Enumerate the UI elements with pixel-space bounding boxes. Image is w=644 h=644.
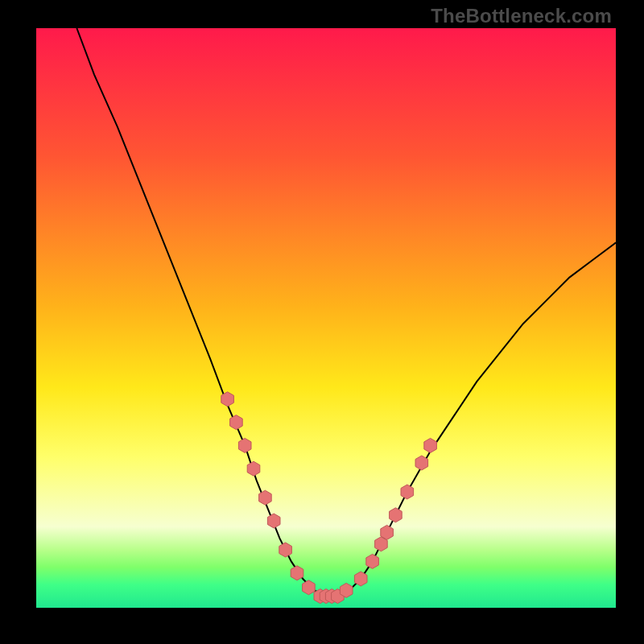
data-marker <box>238 438 251 452</box>
data-marker <box>303 580 316 595</box>
bottleneck-curve <box>76 28 616 597</box>
data-marker <box>259 490 272 505</box>
chart-frame: TheBottleneck.com <box>0 0 644 644</box>
data-marker <box>340 583 353 597</box>
data-marker <box>279 543 292 557</box>
chart-overlay <box>36 28 616 608</box>
data-marker <box>230 415 243 430</box>
data-marker <box>415 456 428 470</box>
data-marker <box>267 514 280 528</box>
data-marker <box>366 554 379 568</box>
data-marker <box>401 485 414 499</box>
data-marker <box>221 392 234 407</box>
data-marker <box>291 566 303 580</box>
data-marker <box>354 572 367 586</box>
data-marker <box>247 461 260 476</box>
marker-group <box>221 392 437 604</box>
data-marker <box>390 508 402 522</box>
data-marker <box>381 525 394 539</box>
plot-area <box>36 28 616 608</box>
watermark-text: TheBottleneck.com <box>431 5 612 27</box>
data-marker <box>424 438 437 452</box>
